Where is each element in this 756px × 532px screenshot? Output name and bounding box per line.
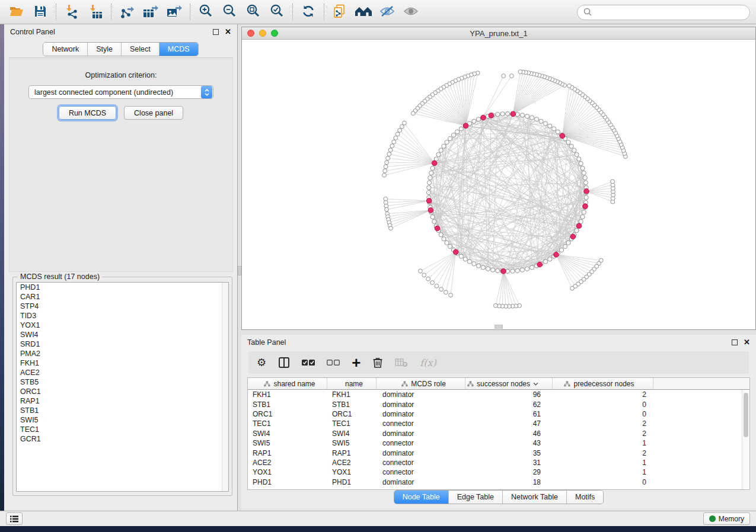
- table-cell[interactable]: 0: [553, 410, 653, 418]
- table-cell[interactable]: RAP1: [327, 449, 377, 457]
- mcds-result-item[interactable]: SWI4: [17, 330, 228, 339]
- deselect-all-icon[interactable]: [327, 355, 340, 370]
- table-cell[interactable]: connector: [377, 459, 465, 467]
- add-column-icon[interactable]: +: [352, 355, 361, 370]
- network-canvas[interactable]: [242, 40, 755, 329]
- table-row[interactable]: ORC1ORC1dominator610: [248, 409, 749, 419]
- table-row[interactable]: TEC1TEC1connector472: [248, 419, 749, 428]
- table-cell[interactable]: 43: [465, 439, 553, 447]
- export-image-button[interactable]: [162, 2, 186, 21]
- tab-node-table[interactable]: Node Table: [394, 491, 449, 504]
- table-cell[interactable]: connector: [377, 468, 465, 476]
- table-cell[interactable]: connector: [377, 419, 465, 428]
- table-cell[interactable]: ORC1: [327, 410, 377, 418]
- table-cell[interactable]: dominator: [377, 400, 465, 409]
- first-neighbors-button[interactable]: [352, 2, 375, 21]
- function-builder-icon[interactable]: f(x): [420, 355, 436, 370]
- open-file-button[interactable]: [5, 2, 28, 21]
- table-cell[interactable]: PHD1: [248, 478, 327, 486]
- column-header-shared-name[interactable]: shared name: [248, 378, 327, 389]
- table-cell[interactable]: 47: [465, 419, 553, 428]
- tab-network[interactable]: Network: [43, 43, 88, 56]
- table-cell[interactable]: 2: [553, 449, 653, 457]
- table-row[interactable]: STB1STB1dominator620: [248, 399, 749, 409]
- tab-mcds[interactable]: MCDS: [160, 43, 198, 56]
- table-row[interactable]: YOX1YOX1connector291: [248, 467, 749, 477]
- table-cell[interactable]: ORC1: [248, 410, 327, 418]
- tab-select[interactable]: Select: [122, 43, 160, 56]
- table-cell[interactable]: 31: [465, 459, 553, 467]
- float-window-icon[interactable]: [732, 339, 738, 345]
- table-cell[interactable]: 2: [553, 419, 653, 428]
- table-cell[interactable]: RAP1: [248, 449, 327, 457]
- search-box[interactable]: [577, 5, 750, 20]
- save-button[interactable]: [28, 2, 52, 21]
- mcds-result-item[interactable]: TID3: [17, 311, 228, 321]
- mcds-result-item[interactable]: STP4: [17, 302, 228, 311]
- table-cell[interactable]: 1: [553, 468, 653, 476]
- network-graph[interactable]: [242, 40, 755, 329]
- tab-edge-table[interactable]: Edge Table: [449, 491, 503, 504]
- close-icon[interactable]: ✕: [225, 29, 231, 35]
- hide-selected-button[interactable]: [375, 2, 399, 21]
- tab-network-table[interactable]: Network Table: [503, 491, 567, 504]
- import-table-button[interactable]: [84, 2, 107, 21]
- table-cell[interactable]: YOX1: [327, 468, 377, 476]
- table-cell[interactable]: FKH1: [248, 390, 327, 399]
- table-cell[interactable]: 0: [553, 400, 653, 409]
- table-scrollbar-thumb[interactable]: [744, 393, 748, 437]
- table-cell[interactable]: ACE2: [327, 459, 377, 467]
- table-cell[interactable]: TEC1: [327, 419, 377, 428]
- optimization-criterion-select[interactable]: largest connected component (undirected): [28, 85, 213, 99]
- table-row[interactable]: FKH1FKH1dominator962: [248, 390, 749, 399]
- show-panels-button[interactable]: [6, 512, 23, 525]
- mcds-result-item[interactable]: GCR1: [17, 434, 228, 444]
- network-scroll-handle[interactable]: [495, 325, 503, 329]
- mcds-result-item[interactable]: SRD1: [17, 339, 228, 349]
- split-pane-icon[interactable]: [278, 355, 290, 370]
- close-icon[interactable]: ✕: [744, 339, 750, 345]
- table-cell[interactable]: STB1: [327, 400, 377, 409]
- show-all-button[interactable]: [399, 2, 423, 21]
- table-cell[interactable]: dominator: [377, 410, 465, 418]
- mcds-result-item[interactable]: SWI5: [17, 415, 228, 425]
- table-cell[interactable]: dominator: [377, 449, 465, 457]
- table-cell[interactable]: 1: [553, 459, 653, 467]
- zoom-in-button[interactable]: [194, 2, 218, 21]
- table-cell[interactable]: 46: [465, 430, 553, 438]
- table-cell[interactable]: YOX1: [248, 468, 327, 476]
- column-header-name[interactable]: name: [327, 378, 377, 389]
- zoom-out-button[interactable]: [218, 2, 241, 21]
- close-panel-button[interactable]: Close panel: [124, 106, 183, 120]
- memory-button[interactable]: Memory: [703, 512, 750, 525]
- column-header-predecessor-nodes[interactable]: predecessor nodes: [553, 378, 653, 389]
- mcds-result-item[interactable]: STB5: [17, 377, 228, 387]
- gear-icon[interactable]: ⚙: [257, 355, 266, 370]
- search-input[interactable]: [592, 7, 749, 18]
- clone-network-button[interactable]: [328, 2, 352, 21]
- tab-motifs[interactable]: Motifs: [567, 491, 603, 504]
- delete-table-icon[interactable]: [395, 355, 408, 370]
- table-cell[interactable]: dominator: [377, 478, 465, 486]
- mcds-result-item[interactable]: FKH1: [17, 358, 228, 368]
- table-cell[interactable]: 96: [465, 390, 553, 399]
- table-row[interactable]: RAP1RAP1dominator352: [248, 448, 749, 457]
- table-row[interactable]: SWI5SWI5connector431: [248, 438, 749, 448]
- mcds-result-list[interactable]: PHD1CAR1STP4TID3YOX1SWI4SRD1PMA2FKH1ACE2…: [16, 282, 229, 492]
- mcds-result-item[interactable]: PMA2: [17, 349, 228, 358]
- table-cell[interactable]: 35: [465, 449, 553, 457]
- table-cell[interactable]: 29: [465, 468, 553, 476]
- delete-column-icon[interactable]: [372, 355, 383, 370]
- tab-style[interactable]: Style: [88, 43, 122, 56]
- mcds-result-item[interactable]: YOX1: [17, 321, 228, 330]
- column-header-successor-nodes[interactable]: successor nodes: [465, 378, 553, 389]
- export-table-button[interactable]: [139, 2, 162, 21]
- table-cell[interactable]: SWI4: [327, 430, 377, 438]
- mcds-result-item[interactable]: CAR1: [17, 292, 228, 302]
- import-network-button[interactable]: [60, 2, 84, 21]
- table-cell[interactable]: 1: [553, 439, 653, 447]
- table-row[interactable]: ACE2ACE2connector311: [248, 458, 749, 467]
- table-cell[interactable]: 2: [553, 390, 653, 399]
- table-cell[interactable]: 61: [465, 410, 553, 418]
- table-cell[interactable]: SWI5: [327, 439, 377, 447]
